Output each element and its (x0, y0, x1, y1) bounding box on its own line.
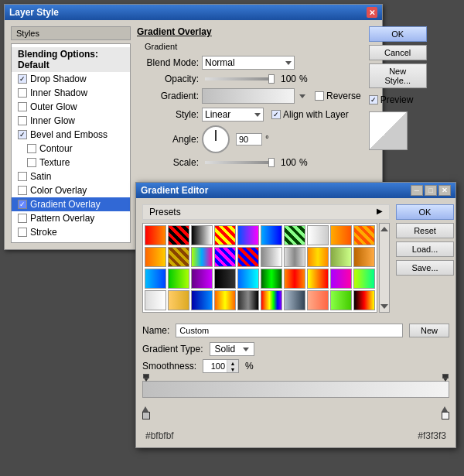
new-style-button[interactable]: New Style... (369, 63, 427, 88)
gradient-type-dropdown[interactable]: Solid (210, 342, 255, 356)
preset-swatch-39[interactable] (330, 290, 352, 310)
gradient-preview[interactable] (202, 88, 295, 104)
preset-swatch-27[interactable] (284, 269, 305, 289)
maximize-icon[interactable]: □ (425, 185, 437, 196)
preset-swatch-29[interactable] (330, 269, 352, 289)
pattern-overlay-item[interactable]: Pattern Overlay (12, 211, 130, 225)
blend-mode-dropdown[interactable]: Normal (202, 56, 295, 70)
preset-swatch-34[interactable] (214, 290, 236, 310)
new-gradient-button[interactable]: New (409, 324, 449, 337)
preset-swatch-25[interactable] (237, 269, 259, 289)
color-stop-left[interactable] (142, 406, 150, 419)
preset-swatch-26[interactable] (261, 269, 282, 289)
preset-swatch-37[interactable] (284, 290, 305, 310)
scale-slider[interactable] (205, 161, 275, 164)
inner-glow-checkbox[interactable] (18, 116, 27, 125)
preset-swatch-23[interactable] (191, 269, 213, 289)
preset-swatch-4[interactable] (214, 225, 236, 245)
preset-swatch-24[interactable] (214, 269, 236, 289)
ok-button[interactable]: OK (369, 26, 427, 42)
stroke-item[interactable]: Stroke (12, 225, 130, 239)
preset-swatch-10[interactable] (353, 225, 375, 245)
preset-swatch-7[interactable] (284, 225, 305, 245)
preset-swatch-9[interactable] (330, 225, 352, 245)
preset-swatch-32[interactable] (168, 290, 189, 310)
preset-swatch-5[interactable] (237, 225, 259, 245)
preset-swatch-21[interactable] (145, 269, 166, 289)
gradient-overlay-item[interactable]: ✓ Gradient Overlay (12, 197, 130, 211)
satin-item[interactable]: Satin (12, 170, 130, 183)
preset-swatch-6[interactable] (261, 225, 282, 245)
preset-swatch-19[interactable] (330, 247, 352, 267)
blending-options-item[interactable]: Blending Options: Default (12, 47, 130, 72)
align-with-layer-checkbox[interactable]: ✓ (271, 110, 281, 119)
gradient-bar[interactable] (142, 381, 449, 398)
preset-swatch-11[interactable] (145, 247, 166, 267)
satin-checkbox[interactable] (18, 172, 27, 181)
reverse-checkbox[interactable] (315, 91, 324, 101)
angle-dial[interactable] (202, 125, 230, 153)
smoothness-input[interactable] (203, 361, 227, 372)
grad-editor-close-icon[interactable]: ✕ (438, 185, 451, 196)
scale-label: Scale: (145, 157, 199, 168)
grad-load-button[interactable]: Load... (396, 241, 454, 257)
smooth-up-icon[interactable]: ▲ (227, 360, 238, 366)
drop-shadow-item[interactable]: ✓ Drop Shadow (12, 72, 130, 86)
bevel-emboss-item[interactable]: ✓ Bevel and Emboss (12, 128, 130, 142)
outer-glow-checkbox[interactable] (18, 102, 27, 111)
preset-swatch-22[interactable] (168, 269, 189, 289)
preview-checkbox[interactable]: ✓ (369, 95, 378, 104)
texture-checkbox[interactable] (27, 158, 36, 167)
inner-glow-item[interactable]: Inner Glow (12, 114, 130, 128)
pattern-overlay-checkbox[interactable] (18, 214, 27, 223)
angle-input[interactable]: 90 (236, 133, 262, 146)
preset-swatch-40[interactable] (353, 290, 375, 310)
grad-ok-button[interactable]: OK (396, 204, 454, 220)
stroke-checkbox[interactable] (18, 228, 27, 237)
preset-swatch-30[interactable] (353, 269, 375, 289)
minimize-icon[interactable]: ─ (411, 185, 423, 196)
opacity-slider[interactable] (205, 77, 275, 80)
preset-swatch-31[interactable] (145, 290, 166, 310)
grad-save-button[interactable]: Save... (396, 260, 454, 276)
opacity-stop-right[interactable] (442, 374, 449, 382)
color-overlay-checkbox[interactable] (18, 186, 27, 195)
preset-swatch-36[interactable] (261, 290, 282, 310)
inner-shadow-item[interactable]: Inner Shadow (12, 86, 130, 100)
preset-swatch-18[interactable] (307, 247, 329, 267)
color-stop-right[interactable] (442, 406, 449, 419)
bevel-emboss-checkbox[interactable]: ✓ (18, 130, 27, 139)
preset-swatch-35[interactable] (237, 290, 259, 310)
cancel-button[interactable]: Cancel (369, 45, 427, 60)
grad-reset-button[interactable]: Reset (396, 223, 454, 238)
scroll-up-icon[interactable] (380, 227, 388, 231)
smooth-down-icon[interactable]: ▼ (227, 366, 238, 372)
preset-swatch-17[interactable] (284, 247, 305, 267)
preset-swatch-16[interactable] (261, 247, 282, 267)
preset-swatch-20[interactable] (353, 247, 375, 267)
drop-shadow-checkbox[interactable]: ✓ (18, 74, 27, 84)
style-dropdown[interactable]: Linear (202, 108, 264, 122)
preset-swatch-1[interactable] (145, 225, 166, 245)
opacity-stop-left[interactable] (143, 374, 149, 382)
name-input[interactable] (176, 324, 403, 337)
preset-swatch-8[interactable] (307, 225, 329, 245)
preset-swatch-28[interactable] (307, 269, 329, 289)
color-overlay-item[interactable]: Color Overlay (12, 183, 130, 197)
scroll-down-icon[interactable] (380, 304, 388, 309)
inner-shadow-checkbox[interactable] (18, 88, 27, 98)
gradient-overlay-checkbox[interactable]: ✓ (18, 200, 27, 209)
preset-swatch-12[interactable] (168, 247, 189, 267)
preset-swatch-13[interactable] (191, 247, 213, 267)
close-icon[interactable]: ✕ (367, 7, 377, 18)
preset-swatch-38[interactable] (307, 290, 329, 310)
preset-swatch-14[interactable] (214, 247, 236, 267)
preset-swatch-15[interactable] (237, 247, 259, 267)
outer-glow-item[interactable]: Outer Glow (12, 100, 130, 114)
contour-item[interactable]: Contour (12, 142, 130, 156)
preset-swatch-2[interactable] (168, 225, 189, 245)
texture-item[interactable]: Texture (12, 156, 130, 170)
preset-swatch-33[interactable] (191, 290, 213, 310)
preset-swatch-3[interactable] (191, 225, 213, 245)
contour-checkbox[interactable] (27, 144, 36, 153)
